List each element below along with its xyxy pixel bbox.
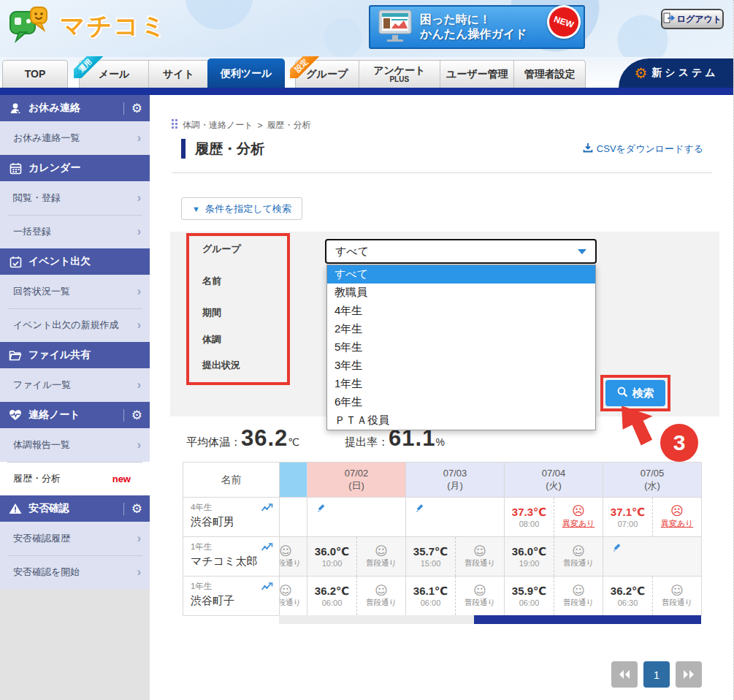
option-grade6[interactable]: 6年生 xyxy=(327,393,595,411)
chevron-right-icon: › xyxy=(137,438,141,452)
option-grade5[interactable]: 5年生 xyxy=(327,338,595,357)
group-select[interactable]: すべて xyxy=(325,239,597,264)
table-header-row: 名前 07/02(日) 07/03(月) 07/04(火) 07/05(水) xyxy=(183,463,701,498)
saturday-column-header xyxy=(280,463,307,498)
new-badge: NEW xyxy=(543,1,585,43)
student-name-cell: 1年生 マチコミ太郎 xyxy=(183,537,280,577)
pencil-edit-icon[interactable] xyxy=(316,503,326,516)
calendar-check-icon xyxy=(9,255,22,268)
breadcrumb: 体調・連絡ノート > 履歴・分析 xyxy=(172,119,311,132)
gear-icon[interactable]: ⚙ xyxy=(123,409,142,422)
sidebar-section-event-attendance[interactable]: イベント出欠 xyxy=(0,248,150,275)
avg-temp-value: 36.2 xyxy=(241,425,288,452)
machicomi-logo[interactable]: マチコミ xyxy=(9,6,167,47)
sidebar-item-view-register[interactable]: 閲覧・登録 › xyxy=(0,181,150,215)
saturday-cell-clipped: ☺普段通り xyxy=(280,577,307,616)
sidebar-item-bulk-register[interactable]: 一括登録 › xyxy=(0,215,150,248)
smile-face-icon: ☺ xyxy=(375,545,388,558)
tab-tools[interactable]: 便利ツール xyxy=(207,58,285,88)
sad-face-icon: ☹ xyxy=(572,505,585,517)
label-submission: 提出状況 xyxy=(202,359,240,372)
saturday-cell-clipped: ☺普段通り xyxy=(280,537,307,577)
search-condition-toggle[interactable]: ▼ 条件を指定して検索 xyxy=(181,197,302,220)
first-page-button[interactable] xyxy=(611,661,638,688)
status-label: 普段通り xyxy=(465,558,495,568)
sidebar-item-file-list[interactable]: ファイル一覧 › xyxy=(0,368,150,402)
tab-group-menu[interactable]: グループ xyxy=(296,61,359,88)
group-select-value: すべて xyxy=(335,245,369,259)
status-label: 普段通り xyxy=(563,598,594,608)
new-system-link[interactable]: ⚙ 新システム xyxy=(619,58,734,88)
chart-line-icon[interactable] xyxy=(261,582,273,594)
option-all[interactable]: すべて xyxy=(327,265,595,284)
breadcrumb-parent[interactable]: 体調・連絡ノート xyxy=(183,119,253,132)
sidebar-section-contact-note[interactable]: 連絡ノート ⚙ xyxy=(0,402,150,428)
last-page-button[interactable] xyxy=(676,661,702,688)
chart-line-icon[interactable] xyxy=(261,542,273,555)
day-header-0702: 07/02(日) xyxy=(307,463,406,498)
option-grade4[interactable]: 4年生 xyxy=(327,302,595,320)
csv-download-link[interactable]: CSVをダウンロードする xyxy=(583,142,703,156)
entry-cell: 35.9℃06:00 ☺普段通り xyxy=(505,577,603,616)
main-nav: TOP 運用 メール サイト 便利ツール 設定 グループ アンケート PLUS … xyxy=(0,57,734,88)
sidebar-section-calendar[interactable]: カレンダー xyxy=(0,155,150,181)
search-button[interactable]: 検索 xyxy=(605,380,665,406)
sidebar-section-file-share[interactable]: ファイル共有 xyxy=(0,342,150,368)
entry-cell-edit xyxy=(307,498,406,537)
page-number-button[interactable]: 1 xyxy=(643,661,670,688)
day-header-0705: 07/05(水) xyxy=(603,463,702,498)
new-label-badge: new xyxy=(112,473,131,484)
easy-guide-banner[interactable]: 困った時に！ かんたん操作ガイド NEW xyxy=(369,5,585,49)
tab-survey-plus[interactable]: アンケート PLUS xyxy=(359,61,440,88)
smile-face-icon: ☺ xyxy=(670,585,684,597)
pencil-edit-icon[interactable] xyxy=(612,543,622,555)
horizontal-scrollbar[interactable] xyxy=(279,615,701,624)
logout-door-icon xyxy=(663,12,675,26)
tab-admin-settings[interactable]: 管理者設定 xyxy=(513,61,585,88)
warning-triangle-icon xyxy=(9,502,22,515)
gear-icon[interactable]: ⚙ xyxy=(123,503,142,515)
sidebar-item-history-analysis[interactable]: 履歴・分析 new xyxy=(0,462,150,495)
sidebar-section-absence[interactable]: お休み連絡 ⚙ xyxy=(0,95,150,121)
gear-icon[interactable]: ⚙ xyxy=(123,102,142,115)
tab-user-management[interactable]: ユーザー管理 xyxy=(440,61,513,88)
chevron-right-icon: › xyxy=(137,132,141,145)
entry-cell: 35.7℃15:00 ☺普段通り xyxy=(406,537,505,577)
sidebar-item-safety-start[interactable]: 安否確認を開始 › xyxy=(0,555,150,589)
status-label[interactable]: 異変あり xyxy=(562,518,595,529)
sidebar-section-safety-check[interactable]: 安否確認 ⚙ xyxy=(0,495,150,522)
tab-site[interactable]: サイト xyxy=(148,61,208,88)
logout-button[interactable]: ログアウト xyxy=(661,9,724,29)
sidebar-item-new-event[interactable]: イベント出欠の新規作成 › xyxy=(0,308,150,342)
breadcrumb-dots-icon xyxy=(172,119,178,132)
chevron-right-icon: › xyxy=(137,378,141,392)
status-label: 普段通り xyxy=(662,598,692,608)
logo-wordmark: マチコミ xyxy=(60,9,167,43)
tab-top[interactable]: TOP xyxy=(2,60,68,88)
sidebar-item-health-reports[interactable]: 体調報告一覧 › xyxy=(0,428,150,462)
sidebar-item-response-status[interactable]: 回答状況一覧 › xyxy=(0,275,150,308)
sidebar-item-absence-list[interactable]: お休み連絡一覧 › xyxy=(0,121,150,155)
status-label: 普段通り xyxy=(366,598,397,608)
tab-mail[interactable]: メール xyxy=(80,61,148,88)
title-divider xyxy=(172,172,712,173)
smile-face-icon: ☺ xyxy=(572,545,585,558)
sidebar-item-safety-history[interactable]: 安否確認履歴 › xyxy=(0,522,150,555)
option-staff[interactable]: 教職員 xyxy=(327,284,595,302)
status-label[interactable]: 異変あり xyxy=(661,518,694,529)
option-grade1[interactable]: 1年生 xyxy=(327,375,595,393)
sidebar: お休み連絡 ⚙ お休み連絡一覧 › カレンダー 閲覧・登録 › 一括登録 › イ… xyxy=(0,95,150,700)
page-title: 履歴・分析 xyxy=(195,140,264,159)
option-grade3[interactable]: 3年生 xyxy=(327,357,595,375)
breadcrumb-current: 履歴・分析 xyxy=(267,119,311,132)
option-grade2[interactable]: 2年生 xyxy=(327,320,595,338)
machicomi-app: マチコミ 困った時に！ かんたん操作ガイド NEW xyxy=(0,0,734,700)
label-group: グループ xyxy=(202,243,241,256)
option-pta[interactable]: ＰＴＡ役員 xyxy=(327,411,595,430)
tab-group-operation: 運用 メール サイト 便利ツール xyxy=(79,60,285,88)
pencil-edit-icon[interactable] xyxy=(415,503,425,516)
scrollbar-thumb[interactable] xyxy=(474,615,701,624)
chevron-right-icon: › xyxy=(137,566,141,579)
group-select-dropdown: すべて 教職員 4年生 2年生 5年生 3年生 1年生 6年生 ＰＴＡ役員 xyxy=(326,265,596,430)
chart-line-icon[interactable] xyxy=(261,503,273,515)
